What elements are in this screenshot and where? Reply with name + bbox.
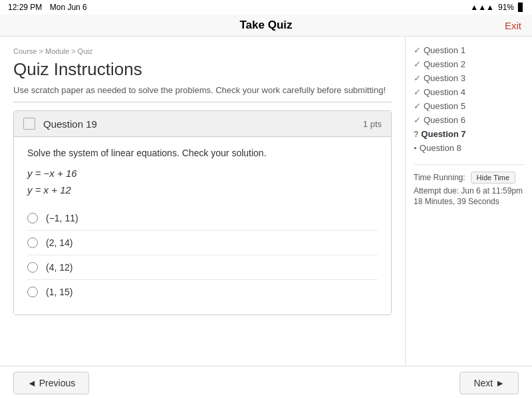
status-time-date: 12:29 PM Mon Jun 6 [8, 3, 87, 12]
sidebar-item-question-8[interactable]: ●Question 8 [414, 141, 524, 155]
sidebar-item-question-7[interactable]: ?Question 7 [414, 127, 524, 141]
wifi-icon: ▲▲▲ [470, 3, 494, 12]
answer-options: (−1, 11)(2, 14)(4, 12)(1, 15) [27, 206, 378, 304]
radio-button-2[interactable] [27, 237, 38, 248]
sidebar-question-label: Question 8 [420, 143, 462, 153]
exit-button[interactable]: Exit [505, 20, 521, 31]
hide-time-button[interactable]: Hide Time [471, 172, 516, 184]
question-body: Solve the system of linear equations. Ch… [14, 137, 391, 315]
battery-level: 91% [498, 3, 514, 12]
check-icon: ✓ [414, 45, 421, 55]
course-label: Course > Module > Quiz [13, 47, 392, 55]
sidebar-item-question-3[interactable]: ✓Question 3 [414, 71, 524, 85]
check-icon: ✓ [414, 59, 421, 69]
answer-text-1: (−1, 11) [46, 213, 78, 223]
sidebar-question-label: Question 3 [424, 73, 466, 83]
sidebar-item-question-2[interactable]: ✓Question 2 [414, 57, 524, 71]
question-prompt: Solve the system of linear equations. Ch… [27, 148, 378, 158]
answer-text-2: (2, 14) [46, 237, 72, 248]
header-title: Take Quiz [239, 19, 292, 32]
radio-button-1[interactable] [27, 213, 38, 223]
check-icon: ✓ [414, 87, 421, 97]
current-question-icon: ? [414, 130, 418, 139]
sidebar-question-list: ✓Question 1✓Question 2✓Question 3✓Questi… [414, 43, 524, 155]
main-layout: Course > Module > Quiz Quiz Instructions… [0, 37, 532, 393]
equation-1: y = −x + 16 [27, 168, 378, 179]
check-icon: ✓ [414, 101, 421, 111]
answer-option-3[interactable]: (4, 12) [27, 255, 378, 280]
answer-option-4[interactable]: (1, 15) [27, 280, 378, 304]
answer-text-3: (4, 12) [46, 262, 72, 273]
page-title: Quiz Instructions [13, 59, 392, 80]
sidebar: ✓Question 1✓Question 2✓Question 3✓Questi… [406, 37, 532, 393]
sidebar-question-label: Question 7 [421, 129, 466, 139]
radio-button-4[interactable] [27, 287, 38, 297]
answer-option-2[interactable]: (2, 14) [27, 231, 378, 255]
sidebar-item-question-1[interactable]: ✓Question 1 [414, 43, 524, 57]
time-row: Time Running: Hide Time [414, 172, 524, 184]
battery-icon: ▊ [518, 3, 524, 12]
answer-text-4: (1, 15) [46, 287, 72, 297]
next-button[interactable]: Next ► [460, 372, 519, 394]
question-header: Question 19 1 pts [14, 111, 391, 137]
question-points: 1 pts [363, 119, 382, 129]
sidebar-item-question-6[interactable]: ✓Question 6 [414, 113, 524, 127]
content-area: Course > Module > Quiz Quiz Instructions… [0, 37, 406, 393]
due-date-text: Attempt due: Jun 6 at 11:59pm [414, 186, 524, 196]
sidebar-question-label: Question 1 [424, 45, 466, 55]
dot-icon: ● [414, 145, 417, 151]
sidebar-question-label: Question 4 [424, 87, 466, 97]
sidebar-question-label: Question 6 [424, 115, 466, 125]
sidebar-item-question-5[interactable]: ✓Question 5 [414, 99, 524, 113]
navigation-bar: ◄ Previous Next ► [0, 366, 532, 399]
equation-2: y = x + 12 [27, 184, 378, 196]
time-section: Time Running: Hide Time Attempt due: Jun… [414, 164, 524, 206]
check-icon: ✓ [414, 73, 421, 83]
sidebar-question-label: Question 2 [424, 59, 466, 69]
question-checkbox[interactable] [23, 118, 35, 130]
sidebar-question-label: Question 5 [424, 101, 466, 111]
previous-button[interactable]: ◄ Previous [13, 372, 89, 394]
sidebar-item-question-4[interactable]: ✓Question 4 [414, 85, 524, 99]
answer-option-1[interactable]: (−1, 11) [27, 206, 378, 231]
instructions-text: Use scratch paper as needed to solve the… [13, 85, 392, 102]
status-bar: 12:29 PM Mon Jun 6 ▲▲▲ 91% ▊ [0, 0, 532, 15]
header: Take Quiz Exit [0, 15, 532, 37]
status-right: ▲▲▲ 91% ▊ [470, 3, 524, 12]
radio-button-3[interactable] [27, 262, 38, 273]
question-title: Question 19 [43, 118, 97, 130]
check-icon: ✓ [414, 115, 421, 125]
time-label: Time Running: [414, 173, 466, 182]
timer-text: 18 Minutes, 39 Seconds [414, 197, 524, 206]
question-card: Question 19 1 pts Solve the system of li… [13, 110, 392, 315]
